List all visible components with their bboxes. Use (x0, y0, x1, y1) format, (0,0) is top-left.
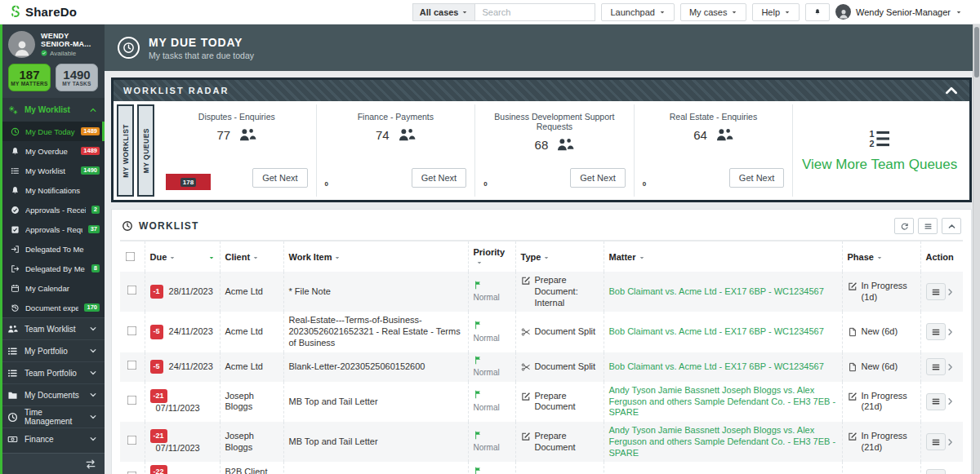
get-next-button[interactable]: Get Next (412, 168, 466, 188)
matter-link[interactable]: Bob Claimant vs. Acme Ltd - EX17 6BP - W… (609, 286, 824, 296)
sidebar-item-delegated-to-me[interactable]: Delegated To Me (0, 239, 105, 259)
person-icon (838, 8, 849, 20)
search-input[interactable] (474, 3, 595, 21)
refresh-button[interactable] (894, 218, 914, 234)
column-header-priority[interactable]: Priority (468, 241, 515, 272)
priority-flag-icon (474, 356, 483, 365)
tab-my-queues[interactable]: MY QUEUES (137, 104, 154, 197)
stat-my-matters[interactable]: 187MY MATTERS (8, 64, 51, 91)
row-menu-button[interactable] (926, 358, 946, 375)
queue-card-2: Finance - Payments740Get Next (316, 104, 475, 197)
scrollbar-thumb[interactable] (974, 27, 979, 78)
column-label: Client (225, 252, 251, 262)
collapse-button[interactable] (942, 218, 961, 234)
matter-link[interactable]: Andy Tyson Jamie Bassnett Joseph Bloggs … (609, 425, 836, 458)
sidebar-item-label: Approvals - Requested (25, 225, 82, 234)
matter-link[interactable]: Bob Claimant vs. Acme Ltd - EX17 6BP - W… (609, 326, 824, 336)
sidebar-section-label: Finance (24, 435, 82, 444)
chevron-down-icon (89, 413, 97, 421)
radar-header: WORKLIST RADAR (114, 80, 969, 101)
row-open-chevron-icon[interactable] (946, 437, 955, 447)
column-header-due[interactable]: Due (145, 241, 220, 272)
row-menu-button[interactable] (926, 283, 946, 300)
notifications-bell-button[interactable] (805, 3, 830, 21)
page-title: MY DUE TODAY (149, 36, 254, 49)
sidebar-item-my-portfolio[interactable]: My Portfolio (0, 339, 105, 361)
type-label: Prepare Document (535, 391, 599, 414)
column-header-matter[interactable]: Matter (604, 241, 842, 272)
sidebar-item-my-notifications[interactable]: My Notifications (0, 180, 105, 200)
sidebar-item-my-documents[interactable]: My Documents (0, 383, 105, 405)
app-logo[interactable]: ShareDo (8, 5, 77, 19)
view-more-link[interactable]: View More Team Queues (802, 157, 957, 173)
radar-collapse-chevron-icon[interactable] (943, 82, 960, 99)
column-label: Matter (609, 252, 636, 262)
client-cell: Acme Ltd (220, 312, 283, 352)
sidebar-item-my-due-today[interactable]: My Due Today1489 (0, 122, 105, 141)
sidebar-item-finance[interactable]: Finance (0, 427, 105, 450)
sidebar-item-my-worklist[interactable]: My Worklist1490 (0, 161, 105, 180)
list-options-button[interactable] (918, 218, 938, 234)
matter-link[interactable]: Andy Tyson Jamie Bassnett Joseph Bloggs … (609, 385, 836, 418)
vertical-scrollbar[interactable] (973, 24, 980, 474)
sidebar-item-team-worklist[interactable]: Team Worklist (0, 317, 105, 339)
topbar-menu-launchpad[interactable]: Launchpad (601, 3, 674, 21)
list-icon (11, 166, 20, 175)
all-cases-dropdown[interactable]: All cases (412, 3, 475, 21)
sidebar-item-my-calendar[interactable]: My Calendar (0, 278, 105, 298)
user-menu[interactable]: Wendy Senior-Manager (835, 4, 962, 20)
row-checkbox[interactable] (127, 396, 137, 405)
column-header-phase[interactable]: Phase (842, 241, 920, 272)
sidebar-item-delegated-by-me[interactable]: Delegated By Me8 (0, 259, 105, 278)
get-next-button[interactable]: Get Next (570, 168, 625, 188)
file-icon (848, 362, 858, 372)
sidebar-section-label: Team Portfolio (24, 369, 82, 378)
row-checkbox[interactable] (127, 361, 137, 370)
sidebar-item-approvals-received[interactable]: Approvals - Received2 (0, 200, 105, 219)
swap-panels-icon[interactable] (85, 458, 96, 470)
row-open-chevron-icon[interactable] (946, 287, 955, 297)
topbar: ShareDo All cases LaunchpadMy casesHelp … (0, 0, 980, 24)
chevron-up-icon (947, 222, 956, 231)
column-header-type[interactable]: Type (515, 241, 604, 272)
people-icon (7, 324, 18, 334)
get-next-button[interactable]: Get Next (252, 168, 307, 188)
type-label: Document Split (535, 326, 596, 338)
tab-my-worklist[interactable]: MY WORKLIST (117, 104, 134, 197)
queue-count: 68 (535, 138, 549, 152)
row-open-chevron-icon[interactable] (946, 396, 955, 406)
get-next-button[interactable]: Get Next (729, 168, 784, 188)
column-header-work-item[interactable]: Work Item (283, 241, 468, 272)
sidebar-user-card[interactable]: WENDY SENIOR-MA... Available (0, 24, 105, 62)
topbar-menu-my-cases[interactable]: My cases (680, 3, 746, 21)
sidebar-item-approvals-requested[interactable]: Approvals - Requested37 (0, 219, 105, 239)
row-checkbox[interactable] (127, 436, 137, 445)
stat-my-tasks[interactable]: 1490MY TASKS (56, 64, 98, 91)
queue-card-1: Disputes - Enquiries77178Get Next (158, 104, 316, 197)
svg-text:2: 2 (870, 138, 875, 148)
row-menu-button[interactable] (926, 323, 946, 340)
sidebar-item-document-expectations[interactable]: Document expectations170 (0, 298, 105, 317)
row-menu-button[interactable] (926, 393, 946, 410)
row-menu-button[interactable] (926, 469, 946, 474)
select-all-checkbox[interactable] (126, 251, 136, 261)
column-label: Due (150, 252, 167, 262)
row-checkbox[interactable] (127, 286, 137, 295)
row-open-chevron-icon[interactable] (946, 362, 955, 372)
row-open-chevron-icon[interactable] (946, 327, 955, 337)
logo-text: ShareDo (25, 5, 77, 19)
edit-square-icon (521, 392, 531, 401)
column-header-client[interactable]: Client (220, 241, 283, 272)
row-checkbox[interactable] (127, 326, 137, 335)
money-icon (7, 434, 18, 445)
history-icon (11, 303, 20, 312)
sidebar-item-team-portfolio[interactable]: Team Portfolio (0, 361, 105, 383)
type-label: Prepare Document: Internal (535, 275, 599, 308)
matter-link[interactable]: Bob Claimant vs. Acme Ltd - EX17 6BP - W… (609, 361, 824, 371)
sidebar-item-my-overdue[interactable]: My Overdue1489 (0, 141, 105, 161)
list-icon (7, 346, 18, 357)
sidebar-item-my-worklist-group[interactable]: My Worklist (0, 98, 105, 122)
row-menu-button[interactable] (926, 433, 946, 450)
topbar-menu-help[interactable]: Help (752, 3, 800, 21)
sidebar-item-time-management[interactable]: Time Management (0, 405, 105, 427)
